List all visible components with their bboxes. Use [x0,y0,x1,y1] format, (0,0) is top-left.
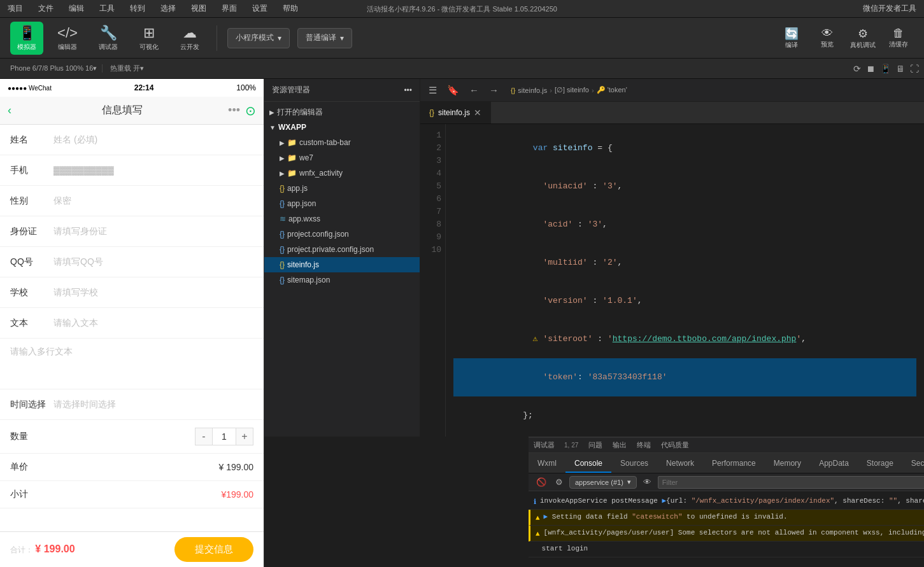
tab-security[interactable]: Security [902,455,924,473]
menu-item-view[interactable]: 视图 [188,2,209,15]
menu-item-edit[interactable]: 编辑 [66,2,87,15]
devtools-console-tabs: Wxml Console Sources Network Performance… [529,453,924,473]
editor-btn[interactable]: </> 编辑器 [51,22,84,55]
menu-item-select[interactable]: 选择 [158,2,178,15]
cloud-btn[interactable]: ☁ 云开发 [173,22,206,55]
phone-status-bar: ●●●●● WeChat 22:14 100% [0,79,264,97]
cloud-icon: ☁ [183,25,197,41]
tab-wxml[interactable]: Wxml [529,455,565,473]
compile-dropdown[interactable]: 普通编译 ▾ [297,28,352,48]
breadcrumb-item-siteinfo[interactable]: [∅] siteinfo [555,86,589,94]
editor-breadcrumb: {} siteinfo.js › [∅] siteinfo › 🔑 'token… [506,83,919,98]
field-value-phone[interactable]: ▓▓▓▓▓▓▓▓▓▓ [48,165,253,175]
field-value-gender[interactable]: 保密 [48,195,253,207]
chevron-down-icon-3: ▼ [269,124,276,131]
tab-close-icon[interactable]: ✕ [474,108,481,118]
monitor-icon[interactable]: 🖥 [896,64,905,74]
menu-item-goto[interactable]: 转到 [127,2,148,15]
menu-item-project[interactable]: 项目 [5,2,25,15]
fullscreen-icon[interactable]: ⛶ [910,64,919,74]
tab-console[interactable]: Console [565,455,611,473]
menu-item-file[interactable]: 文件 [36,2,56,15]
field-value-school[interactable]: 请填写学校 [48,287,253,298]
menu-item-wechat-devtools[interactable]: 微信开发者工具 [860,2,919,15]
field-value-time[interactable]: 请选择时间选择 [48,399,253,410]
file-item-app-js[interactable]: {} app.js [264,181,420,196]
form-row-qq: QQ号 请填写QQ号 [0,247,264,277]
file-item-custom-tab-bar[interactable]: ▶ 📁 custom-tab-bar [264,135,420,150]
field-label-qq: QQ号 [10,256,48,268]
filter-input[interactable] [658,476,924,489]
hamburger-icon[interactable]: ☰ [425,83,440,98]
forward-icon[interactable]: → [486,83,502,97]
more-options-icon[interactable]: ••• [404,86,412,95]
compile-btn[interactable]: 🔄 编译 [776,23,807,53]
chevron-down-icon: ▾ [278,34,281,43]
file-item-wnfx-activity[interactable]: ▶ 📁 wnfx_activity [264,165,420,181]
field-value-id[interactable]: 请填写身份证 [48,226,253,237]
menu-item-interface[interactable]: 界面 [219,2,239,15]
visualize-btn[interactable]: ⊞ 可视化 [132,22,166,55]
form-row-name: 姓名 姓名 (必填) [0,125,264,155]
field-value-text[interactable]: 请输入文本 [48,318,253,329]
bookmark-icon[interactable]: 🔖 [444,83,462,98]
hot-reload-toggle[interactable]: 热重载 开▾ [105,64,149,73]
file-item-app-wxss[interactable]: ≋ app.wxss [264,211,420,227]
field-value-qq[interactable]: 请填写QQ号 [48,256,253,268]
back-icon[interactable]: ← [466,83,482,97]
file-item-project-config[interactable]: {} project.config.json [264,227,420,242]
file-item-sitemap[interactable]: {} sitemap.json [264,272,420,288]
debugger-btn[interactable]: 🔧 调试器 [92,22,125,55]
clear-btn[interactable]: 🗑 清缓存 [883,23,914,53]
simulator-btn[interactable]: 📱 模拟器 [10,22,43,55]
appservice-dropdown[interactable]: appservice (#1) ▾ [569,476,637,489]
json-icon-4: {} [280,276,285,284]
phone-content: 姓名 姓名 (必填) 手机 ▓▓▓▓▓▓▓▓▓▓ 性别 保密 身份证 请填写身份… [0,125,264,531]
quantity-plus-btn[interactable]: + [236,428,253,445]
eye-icon[interactable]: 👁 [641,476,654,488]
tab-sources[interactable]: Sources [611,455,657,473]
toolbar-right: 🔄 编译 👁 预览 ⚙ 真机调试 🗑 清缓存 [776,23,914,53]
tab-memory[interactable]: Memory [765,455,810,473]
tab-appdata[interactable]: AppData [810,455,858,473]
tab-performance[interactable]: Performance [703,455,765,473]
form-row-id: 身份证 请填写身份证 [0,216,264,247]
phone-simulator: ●●●●● WeChat 22:14 100% ‹ 信息填写 ••• ⊙ 姓名 … [0,79,264,567]
form-row-subtotal: 小计 ¥199.00 [0,481,264,508]
filter-icon[interactable]: ⚙ [553,476,565,488]
submit-button[interactable]: 提交信息 [174,537,253,562]
file-item-app-json[interactable]: {} app.json [264,196,420,211]
preview-btn[interactable]: 👁 预览 [812,23,842,53]
tab-siteinfo[interactable]: {} siteinfo.js ✕ [420,102,491,123]
ban-icon[interactable]: 🚫 [534,476,549,488]
breadcrumb-icon: {} [511,87,515,94]
menu-item-settings[interactable]: 设置 [250,2,270,15]
code-area[interactable]: var siteinfo = { 'uniacid' : '3', 'acid'… [446,124,924,437]
editor-icon: </> [57,25,78,41]
refresh-icon[interactable]: ⟳ [853,64,861,74]
file-item-siteinfo[interactable]: {} siteinfo.js [264,257,420,272]
breadcrumb-item-token[interactable]: 🔑 'token' [597,86,627,94]
open-editors-header[interactable]: ▶ 打开的编辑器 [264,104,420,120]
more-icon[interactable]: ••• [228,104,240,117]
footer-total-label: 合计： [10,545,33,554]
form-row-textarea[interactable]: 请输入多行文本 [0,339,264,389]
record-icon[interactable]: ⊙ [245,103,256,118]
pause-icon[interactable]: ⏹ [866,64,875,74]
field-label-unit-price: 单价 [10,461,48,473]
file-item-project-private-config[interactable]: {} project.private.config.json [264,242,420,257]
quantity-minus-btn[interactable]: - [195,428,213,445]
file-item-we7[interactable]: ▶ 📁 we7 [264,150,420,165]
tab-network[interactable]: Network [657,455,703,473]
wxapp-header[interactable]: ▼ WXAPP [264,120,420,135]
field-value-name[interactable]: 姓名 (必填) [48,134,253,146]
mode-dropdown[interactable]: 小程序模式 ▾ [227,28,290,48]
mobile-icon[interactable]: 📱 [880,64,891,74]
console-line-2: ▲ ▶ Setting data field "cateswitch" to u… [529,510,924,526]
tab-storage[interactable]: Storage [858,455,902,473]
menu-item-tools[interactable]: 工具 [97,2,117,15]
menu-item-help[interactable]: 帮助 [280,2,301,15]
real-test-btn[interactable]: ⚙ 真机调试 [848,23,878,53]
sim-controls: ⟳ ⏹ 📱 🖥 ⛶ [853,64,919,74]
back-arrow-icon[interactable]: ‹ [8,104,11,117]
